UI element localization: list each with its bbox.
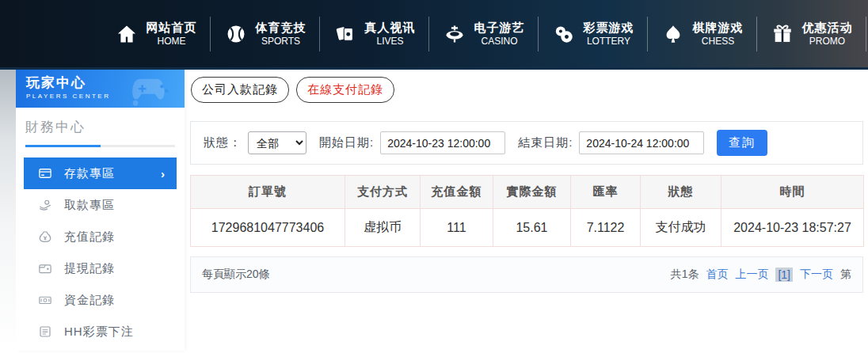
nav-label-en: CHESS	[693, 35, 744, 47]
sidebar-item-label: 存款專區	[64, 166, 115, 181]
nav-item-home[interactable]: 网站首页 HOME	[101, 0, 211, 67]
nav-item-sports[interactable]: 体育竞技 SPORTS	[211, 0, 320, 67]
nav-label-zh: 体育竞技	[256, 20, 306, 35]
sidebar-item-recharge-records[interactable]: 充值記錄	[24, 221, 177, 252]
nav-label-zh: 彩票游戏	[584, 20, 634, 35]
col-payment-method: 支付方式	[345, 176, 421, 209]
sidebar-item-withdrawal-records[interactable]: 提現記錄	[24, 252, 177, 284]
hand-money-icon	[38, 198, 52, 212]
section-divider	[25, 145, 175, 147]
nav-label-zh: 优惠活动	[802, 20, 853, 35]
current-page-indicator[interactable]: [1]	[775, 268, 793, 282]
nav-label-zh: 电子游艺	[474, 20, 525, 35]
sidebar-item-label: HH彩票下注	[64, 325, 134, 340]
home-icon	[116, 23, 138, 45]
main-content: 公司入款記錄 在線支付記錄 狀態： 全部 開始日期: 結束日期: 查詢 訂單號	[185, 70, 868, 351]
online-payment-records-button[interactable]: 在線支付記錄	[296, 77, 394, 103]
sports-ball-icon	[225, 23, 247, 45]
lottery-balls-icon	[553, 23, 575, 45]
gamepad-icon	[129, 73, 178, 106]
list-document-icon	[38, 325, 52, 339]
cell-payment-method: 虚拟币	[345, 209, 421, 247]
end-date-input[interactable]	[579, 131, 704, 154]
table-header-row: 訂單號 支付方式 充值金額 實際金額 匯率 狀態 時間	[191, 176, 864, 209]
finance-center-section: 財務中心	[16, 108, 185, 147]
cell-order-number: 1729681047773406	[191, 209, 345, 247]
page-body: 玩家中心 PLAYERS CENTER 財務中心 存款專區 ›	[0, 70, 868, 351]
nav-item-chess[interactable]: 棋牌游戏 CHESS	[648, 0, 757, 67]
cell-time: 2024-10-23 18:57:27	[721, 209, 864, 247]
table-row: 1729681047773406 虚拟币 111 15.61 7.1122 支付…	[191, 209, 864, 247]
cell-exchange-rate: 7.1122	[571, 209, 641, 247]
col-recharge-amount: 充值金額	[421, 176, 493, 209]
sidebar-item-deposit-zone[interactable]: 存款專區 ›	[24, 158, 177, 189]
next-page-link[interactable]: 下一页	[800, 268, 833, 282]
cell-recharge-amount: 111	[421, 209, 493, 247]
left-gutter	[0, 70, 16, 351]
prev-page-link[interactable]: 上一页	[735, 268, 768, 282]
status-select[interactable]: 全部	[248, 131, 306, 154]
money-bag-icon	[38, 230, 52, 244]
nav-item-lives[interactable]: 真人视讯 LIVES	[320, 0, 429, 67]
first-page-link[interactable]: 首页	[706, 268, 728, 282]
nav-label-zh: 棋牌游戏	[693, 20, 744, 35]
nav-label-en: LIVES	[365, 35, 416, 47]
end-date-label: 結束日期:	[518, 135, 573, 150]
status-label: 狀態：	[204, 135, 242, 150]
nav-label-en: CASINO	[474, 35, 525, 47]
record-type-tabs: 公司入款記錄 在線支付記錄	[191, 77, 868, 103]
company-deposit-records-button[interactable]: 公司入款記錄	[191, 77, 289, 103]
col-time: 時間	[721, 176, 864, 209]
sidebar-item-player-bet-records[interactable]: 玩家投注記錄	[24, 347, 177, 353]
col-exchange-rate: 匯率	[571, 176, 641, 209]
col-status: 狀態	[641, 176, 721, 209]
sidebar-item-withdraw-zone[interactable]: 取款專區	[24, 189, 177, 221]
sidebar-item-label: 資金記錄	[64, 293, 115, 308]
deposit-records-table: 訂單號 支付方式 充值金額 實際金額 匯率 狀態 時間 172968104777…	[190, 175, 864, 247]
cell-actual-amount: 15.61	[493, 209, 571, 247]
playing-cards-icon	[334, 23, 356, 45]
page-size-text: 每頁顯示20條	[202, 268, 270, 282]
start-date-input[interactable]	[380, 131, 505, 154]
nav-item-lottery[interactable]: 彩票游戏 LOTTERY	[539, 0, 648, 67]
col-order-number: 訂單號	[191, 176, 345, 209]
pagination-controls: 共1条 首页 上一页 [1] 下一页 第	[671, 268, 851, 282]
start-date-label: 開始日期:	[319, 135, 374, 150]
nav-label-en: LOTTERY	[584, 35, 634, 47]
nav-label-zh: 网站首页	[147, 20, 197, 35]
nav-item-casino[interactable]: 电子游艺 CASINO	[429, 0, 539, 67]
sidebar: 玩家中心 PLAYERS CENTER 財務中心 存款專區 ›	[16, 70, 185, 351]
banknote-icon	[38, 293, 52, 307]
pagination-bar: 每頁顯示20條 共1条 首页 上一页 [1] 下一页 第	[190, 256, 863, 293]
top-navigation: 网站首页 HOME 体育竞技 SPORTS 真人视讯 LIVES	[0, 0, 868, 70]
bank-card-icon	[38, 166, 52, 180]
sidebar-item-label: 取款專區	[64, 198, 115, 213]
search-button[interactable]: 查詢	[717, 130, 767, 156]
spade-icon	[662, 23, 684, 45]
cell-status: 支付成功	[641, 209, 721, 247]
nav-item-promo[interactable]: 优惠活动 PROMO	[757, 0, 866, 67]
nav-label-en: HOME	[147, 35, 197, 47]
sidebar-item-funds-records[interactable]: 資金記錄	[24, 284, 177, 316]
wallet-icon	[38, 261, 52, 275]
filter-bar: 狀態： 全部 開始日期: 結束日期: 查詢	[190, 121, 863, 165]
nav-label-zh: 真人视讯	[365, 20, 416, 35]
page-jump-prefix: 第	[840, 268, 851, 282]
sidebar-item-label: 充值記錄	[64, 230, 115, 245]
nav-label-en: SPORTS	[256, 35, 306, 47]
sidebar-header: 玩家中心 PLAYERS CENTER	[16, 70, 185, 108]
sidebar-menu: 存款專區 › 取款專區 充值記錄	[16, 158, 185, 353]
col-actual-amount: 實際金額	[493, 176, 571, 209]
sidebar-item-hh-lottery-bets[interactable]: HH彩票下注	[24, 316, 177, 347]
sidebar-item-label: 提現記錄	[64, 261, 115, 276]
nav-label-en: PROMO	[802, 35, 853, 47]
chevron-right-icon: ›	[161, 167, 166, 180]
roulette-icon	[444, 23, 466, 45]
finance-center-title: 財務中心	[25, 118, 175, 136]
total-count-text: 共1条	[671, 268, 699, 282]
gift-icon	[771, 23, 794, 45]
